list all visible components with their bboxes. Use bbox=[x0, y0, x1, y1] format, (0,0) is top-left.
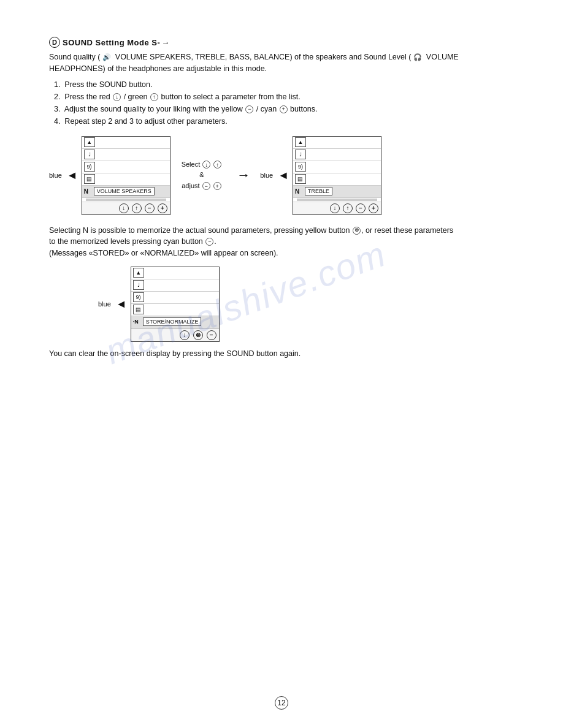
ctrl-down-2: ↓ bbox=[330, 203, 340, 213]
step-2: 2. Press the red ↓ / green ↑ button to s… bbox=[54, 91, 514, 103]
tv-screen-1: ▲ ♩ 9) ▤ N VOLUME SPEAKERS bbox=[82, 136, 170, 215]
section-header: D SOUND Setting Mode S- → bbox=[49, 37, 514, 48]
ctrl-plus-2: + bbox=[369, 203, 378, 213]
ctrl-minus-3: − bbox=[207, 330, 216, 340]
step-1: 1. Press the SOUND button. bbox=[54, 78, 514, 91]
select-adjust-label: Select ↓ ↑ & adjust − + bbox=[177, 159, 228, 192]
ctrl-down-3: ↓ bbox=[180, 330, 190, 340]
blue-label-2: blue bbox=[260, 172, 273, 179]
page-number: 12 bbox=[275, 696, 288, 710]
normalize-text-1: Selecting N is possible to memorize the … bbox=[49, 225, 514, 248]
ctrl-minus-1: − bbox=[145, 203, 155, 213]
intro-paragraph: Sound quality ( 🔊 VOLUME SPEAKERS, TREBL… bbox=[49, 51, 514, 75]
blue-label-3: blue bbox=[98, 300, 111, 308]
blue-label-1: blue bbox=[49, 172, 62, 179]
ctrl-up-2: ↑ bbox=[343, 203, 353, 213]
page-number-container: 12 bbox=[275, 696, 288, 710]
diagram-1: blue ◄ ▲ ♩ 9) ▤ N VOLUME SPE bbox=[49, 136, 170, 215]
diagrams-row: blue ◄ ▲ ♩ 9) ▤ N VOLUME SPE bbox=[49, 136, 514, 215]
steps-list: 1. Press the SOUND button. 2. Press the … bbox=[49, 78, 514, 127]
section-arrow: → bbox=[161, 38, 169, 47]
normalize-diagram: blue ◄ ▲ ♩ 9) ▤ ·N STORE/NORMALIZE ↓ ⊗ − bbox=[98, 267, 514, 342]
treble-label: TREBLE bbox=[305, 187, 332, 195]
normalize-text-2: (Messages «STORED» or «NORMALIZED» will … bbox=[49, 248, 514, 259]
step-3: 3. Adjust the sound quality to your liki… bbox=[54, 103, 514, 115]
tv-screen-2: ▲ ♩ 9) ▤ N TREBLE ↓ ↑ bbox=[293, 136, 381, 215]
tv-screen-3: ▲ ♩ 9) ▤ ·N STORE/NORMALIZE ↓ ⊗ − bbox=[131, 267, 220, 342]
highlighted-row-3: ·N STORE/NORMALIZE bbox=[131, 316, 219, 328]
step-4: 4. Repeat step 2 and 3 to adjust other p… bbox=[54, 115, 514, 127]
normalize-section: Selecting N is possible to memorize the … bbox=[49, 225, 514, 259]
ctrl-plus-1: + bbox=[158, 203, 167, 213]
highlighted-row-2: N TREBLE bbox=[293, 186, 381, 198]
ctrl-down-1: ↓ bbox=[119, 203, 129, 213]
highlighted-row-1: N VOLUME SPEAKERS bbox=[82, 186, 170, 198]
arrow-right-big: → bbox=[237, 167, 250, 183]
clear-text: You can clear the on-screen display by p… bbox=[49, 349, 514, 358]
volume-speakers-label: VOLUME SPEAKERS bbox=[94, 187, 155, 195]
ctrl-up-1: ↑ bbox=[132, 203, 142, 213]
ctrl-cross-3: ⊗ bbox=[193, 330, 203, 340]
page: D SOUND Setting Mode S- → Sound quality … bbox=[0, 0, 563, 728]
diagram-2: blue ◄ ▲ ♩ 9) ▤ N TREBLE bbox=[260, 136, 381, 215]
ctrl-minus-2: − bbox=[356, 203, 366, 213]
section-title: SOUND Setting Mode S- bbox=[63, 38, 160, 47]
store-normalize-label: STORE/NORMALIZE bbox=[143, 317, 202, 326]
section-letter: D bbox=[49, 37, 60, 48]
